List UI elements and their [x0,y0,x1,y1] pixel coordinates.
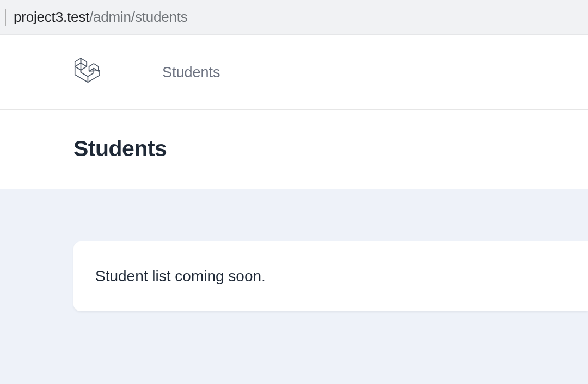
browser-address-bar[interactable]: project3.test/admin/students [0,0,588,35]
page-title-section: Students [0,110,588,189]
address-divider [5,9,6,26]
nav-link-students[interactable]: Students [162,64,220,81]
page-title: Students [74,136,588,162]
navigation-header: Students [0,35,588,110]
content-area: Student list coming soon. [0,189,588,384]
url-path: /admin/students [89,9,188,25]
url-domain: project3.test [14,9,89,25]
url-display: project3.test/admin/students [14,9,188,26]
content-card: Student list coming soon. [74,241,588,311]
laravel-logo-svg [74,57,103,88]
laravel-logo-icon[interactable] [74,57,103,88]
placeholder-message: Student list coming soon. [95,268,566,285]
